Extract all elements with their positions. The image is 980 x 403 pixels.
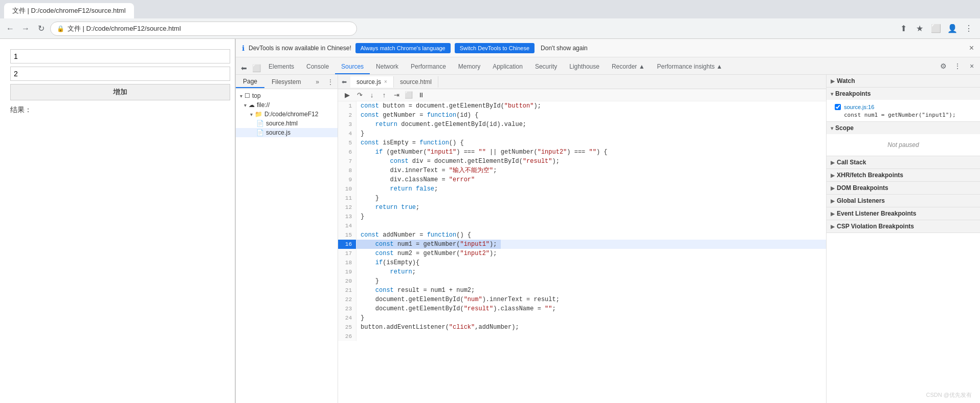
line-number[interactable]: 9 — [338, 175, 357, 184]
line-number[interactable]: 15 — [338, 230, 357, 240]
line-number[interactable]: 11 — [338, 194, 357, 203]
code-editor[interactable]: 1 const button = document.getElementById… — [338, 101, 826, 403]
line-number[interactable]: 23 — [338, 304, 357, 313]
debugger-deactivate-icon[interactable]: ⬜ — [404, 90, 414, 100]
devtools-sidebar-toggle[interactable]: ⬅ — [238, 62, 250, 74]
address-bar[interactable]: 🔒 文件 | D:/code/chromeF12/source.html — [50, 22, 357, 36]
sources-tab-more[interactable]: » — [311, 78, 323, 86]
match-language-button[interactable]: Always match Chrome's language — [355, 43, 451, 53]
tab-elements[interactable]: Elements — [262, 60, 300, 74]
tab-recorder[interactable]: Recorder ▲ — [606, 60, 651, 74]
line-number[interactable]: 3 — [338, 120, 357, 129]
chevron-right-icon: ▶ — [831, 173, 835, 178]
line-number[interactable]: 7 — [338, 157, 357, 166]
code-tab-close-icon[interactable]: × — [384, 79, 387, 84]
line-number[interactable]: 16 — [338, 240, 357, 249]
input1-field[interactable] — [10, 49, 230, 63]
line-number[interactable]: 2 — [338, 111, 357, 120]
scope-section-header[interactable]: ▾ Scope — [827, 122, 980, 134]
tree-item-file[interactable]: ▾ ☁ file:// — [236, 100, 338, 110]
tab-perf-insights[interactable]: Performance insights ▲ — [651, 60, 729, 74]
debugger-play-icon[interactable]: ▶ — [342, 90, 352, 100]
tab-performance[interactable]: Performance — [405, 60, 452, 74]
profile-icon[interactable]: 👤 — [945, 22, 960, 36]
breakpoints-body: source.js:16 const num1 = getNumber("inp… — [827, 100, 980, 121]
line-number[interactable]: 8 — [338, 166, 357, 175]
tab-security[interactable]: Security — [529, 60, 563, 74]
breakpoints-section-header[interactable]: ▾ Breakpoints — [827, 88, 980, 100]
line-number[interactable]: 4 — [338, 129, 357, 138]
notification-close-button[interactable]: × — [969, 44, 974, 53]
call-stack-section-header[interactable]: ▶ Call Stack — [827, 156, 980, 168]
sources-tab-page[interactable]: Page — [236, 76, 264, 88]
tab-memory[interactable]: Memory — [452, 60, 486, 74]
line-number[interactable]: 17 — [338, 249, 357, 258]
devtools-more-icon[interactable]: ⋮ — [951, 60, 964, 72]
line-number[interactable]: 24 — [338, 313, 357, 323]
watch-section-header[interactable]: ▶ Watch — [827, 75, 980, 87]
tab-console[interactable]: Console — [300, 60, 335, 74]
debugger-stepout-icon[interactable]: ↑ — [379, 90, 389, 100]
debugger-pause-icon[interactable]: ⏸ — [416, 90, 426, 100]
devtools-inspect-toggle[interactable]: ⬜ — [250, 62, 262, 74]
code-nav-back-icon[interactable]: ⬅ — [338, 76, 350, 88]
line-number[interactable]: 1 — [338, 101, 357, 111]
line-number[interactable]: 26 — [338, 332, 357, 341]
tree-item-folder[interactable]: ▾ 📁 D:/code/chromeF12 — [236, 110, 338, 119]
tab-application[interactable]: Application — [486, 60, 529, 74]
line-content: } — [357, 277, 383, 286]
add-button[interactable]: 增加 — [10, 84, 230, 100]
breakpoint-checkbox[interactable] — [835, 104, 841, 110]
xhr-section-header[interactable]: ▶ XHR/fetch Breakpoints — [827, 169, 980, 181]
browser-tab[interactable]: 文件 | D:/code/chromeF12/source.html — [4, 3, 134, 18]
forward-button[interactable]: → — [19, 23, 32, 35]
global-section-header[interactable]: ▶ Global Listeners — [827, 195, 980, 207]
tab-sources[interactable]: Sources — [335, 60, 370, 74]
code-line-12: 12 return true; — [338, 203, 826, 212]
webpage-content: 增加 结果： — [0, 39, 235, 403]
code-tab-source-html[interactable]: source.html — [394, 76, 438, 88]
scope-status: Not paused — [835, 137, 972, 153]
input2-field[interactable] — [10, 67, 230, 81]
line-number[interactable]: 13 — [338, 212, 357, 221]
line-number[interactable]: 25 — [338, 323, 357, 332]
debugger-stepinto-icon[interactable]: ↓ — [367, 90, 377, 100]
tab-lighthouse[interactable]: Lighthouse — [563, 60, 606, 74]
sources-sidebar-kebab[interactable]: ⋮ — [323, 78, 338, 86]
bookmark-icon[interactable]: ★ — [912, 22, 927, 36]
switch-chinese-button[interactable]: Switch DevTools to Chinese — [455, 43, 534, 53]
line-content: button.addEventListener("click",addNumbe… — [357, 323, 523, 332]
sources-tab-filesystem[interactable]: Filesystem — [264, 76, 308, 88]
devtools-settings-icon[interactable]: ⚙ — [937, 60, 949, 72]
tree-item-source-html[interactable]: 📄 source.html — [236, 119, 338, 128]
debugger-stepover-icon[interactable]: ↷ — [354, 90, 365, 100]
line-number[interactable]: 12 — [338, 203, 357, 212]
debugger-stepcontinue-icon[interactable]: ⇥ — [391, 90, 402, 100]
devtools-close-icon[interactable]: × — [966, 60, 978, 72]
line-content: } — [357, 194, 383, 203]
line-number[interactable]: 19 — [338, 267, 357, 277]
line-number[interactable]: 5 — [338, 138, 357, 147]
code-line-21: 21 const result = num1 + num2; — [338, 286, 826, 295]
extension-icon[interactable]: ⬜ — [929, 22, 943, 36]
line-number[interactable]: 18 — [338, 258, 357, 267]
share-icon[interactable]: ⬆ — [896, 22, 910, 36]
tree-item-top[interactable]: ▾ ☐ top — [236, 91, 338, 100]
refresh-button[interactable]: ↻ — [35, 23, 47, 35]
menu-icon[interactable]: ⋮ — [962, 22, 976, 36]
dom-section-header[interactable]: ▶ DOM Breakpoints — [827, 182, 980, 194]
line-number[interactable]: 22 — [338, 295, 357, 304]
tab-network[interactable]: Network — [370, 60, 405, 74]
back-button[interactable]: ← — [4, 23, 16, 35]
chevron-down-icon: ▾ — [831, 125, 833, 131]
csp-section-header[interactable]: ▶ CSP Violation Breakpoints — [827, 220, 980, 232]
dont-show-again-button[interactable]: Don't show again — [541, 45, 588, 52]
code-tab-source-js[interactable]: source.js × — [350, 76, 394, 88]
line-number[interactable]: 6 — [338, 147, 357, 157]
line-number[interactable]: 10 — [338, 184, 357, 194]
line-number[interactable]: 21 — [338, 286, 357, 295]
line-number[interactable]: 14 — [338, 221, 357, 230]
event-section-header[interactable]: ▶ Event Listener Breakpoints — [827, 207, 980, 220]
tree-item-source-js[interactable]: 📄 source.js — [236, 128, 338, 137]
line-number[interactable]: 20 — [338, 277, 357, 286]
